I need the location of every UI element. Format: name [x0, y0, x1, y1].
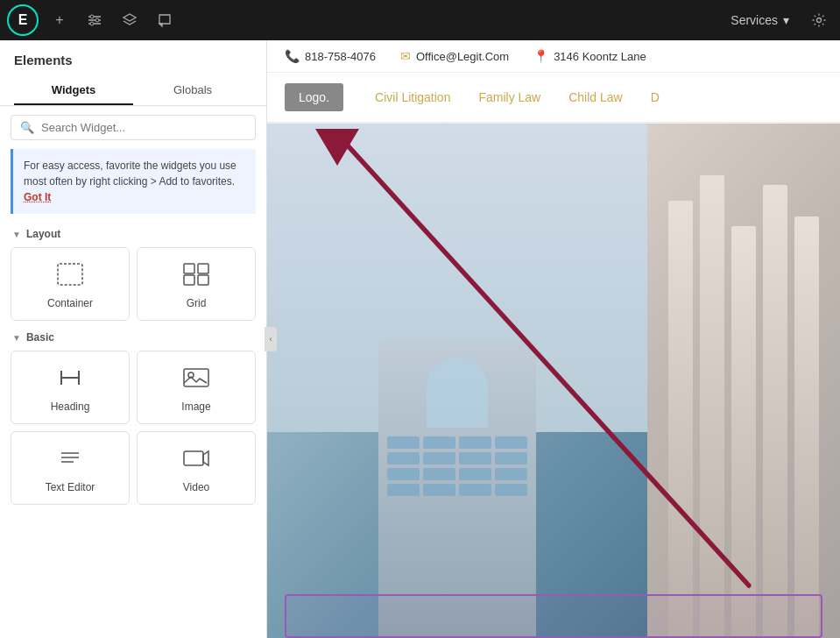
- top-bar: E + Services ▾: [0, 0, 840, 40]
- elements-panel: Elements Widgets Globals 🔍 For easy acce…: [0, 40, 267, 638]
- svg-rect-10: [184, 275, 194, 285]
- email-contact: ✉ Office@Legit.Com: [400, 49, 509, 63]
- text-editor-icon: [56, 446, 84, 474]
- notes-button[interactable]: [151, 6, 179, 34]
- svg-rect-9: [198, 264, 208, 273]
- svg-rect-7: [58, 264, 82, 285]
- elementor-logo[interactable]: E: [7, 4, 39, 36]
- widgets-list: ▼ Layout Container: [0, 221, 266, 638]
- search-input[interactable]: [41, 121, 246, 134]
- svg-point-6: [817, 18, 822, 23]
- basic-widgets-grid: Heading Image: [0, 347, 266, 508]
- basic-arrow-icon: ▼: [12, 333, 21, 343]
- svg-rect-8: [184, 264, 194, 273]
- main-layout: Elements Widgets Globals 🔍 For easy acce…: [0, 40, 840, 638]
- purple-drop-zone: [285, 594, 822, 638]
- basic-section-label: ▼ Basic: [0, 324, 266, 347]
- tab-widgets[interactable]: Widgets: [14, 76, 133, 105]
- address-contact: 📍 3146 Koontz Lane: [533, 49, 646, 63]
- preview-area: 📞 818-758-4076 ✉ Office@Legit.Com 📍 3146…: [267, 40, 840, 638]
- search-icon: 🔍: [20, 121, 34, 134]
- svg-rect-15: [184, 369, 208, 386]
- svg-point-4: [95, 18, 99, 22]
- widget-heading[interactable]: Heading: [11, 351, 130, 424]
- settings-gear-button[interactable]: [805, 6, 833, 34]
- favorites-tip: For easy access, favorite the widgets yo…: [11, 149, 256, 214]
- video-label: Video: [183, 481, 209, 493]
- svg-point-5: [90, 22, 94, 25]
- panel-title: Elements: [14, 53, 252, 67]
- image-icon: [182, 365, 210, 393]
- customize-button[interactable]: [81, 6, 109, 34]
- building-image: [267, 124, 647, 638]
- phone-icon: 📞: [285, 49, 300, 63]
- text-editor-label: Text Editor: [46, 481, 95, 493]
- layout-section-label: ▼ Layout: [0, 221, 266, 244]
- image-label: Image: [181, 401, 210, 413]
- got-it-link[interactable]: Got It: [24, 191, 51, 203]
- services-menu-button[interactable]: Services ▾: [722, 8, 798, 32]
- grid-label: Grid: [187, 297, 207, 309]
- grid-icon: [182, 262, 210, 290]
- nav-item-civil[interactable]: Civil Litigation: [361, 83, 464, 111]
- widget-container[interactable]: Container: [11, 247, 130, 321]
- panel-collapse-handle[interactable]: ‹: [265, 327, 277, 351]
- video-icon: [182, 446, 210, 474]
- tab-globals[interactable]: Globals: [133, 76, 252, 105]
- panel-header: Elements Widgets Globals: [0, 40, 266, 106]
- nav-bar: Logo. Civil Litigation Family Law Child …: [267, 73, 840, 124]
- layout-arrow-icon: ▼: [12, 230, 21, 239]
- phone-contact: 📞 818-758-4076: [285, 49, 376, 63]
- layers-button[interactable]: [116, 6, 144, 34]
- search-bar: 🔍: [11, 115, 256, 140]
- heading-label: Heading: [51, 401, 90, 413]
- widget-video[interactable]: Video: [137, 431, 256, 505]
- nav-item-family[interactable]: Family Law: [464, 83, 554, 111]
- heading-icon: [56, 365, 84, 393]
- add-widget-button[interactable]: +: [46, 6, 74, 34]
- widget-grid[interactable]: Grid: [137, 247, 256, 321]
- container-label: Container: [47, 297, 93, 309]
- email-icon: ✉: [400, 49, 411, 63]
- website-preview: 📞 818-758-4076 ✉ Office@Legit.Com 📍 3146…: [267, 40, 840, 638]
- nav-item-child[interactable]: Child Law: [554, 83, 636, 111]
- nav-item-d[interactable]: D: [637, 83, 674, 111]
- preview-images-section: [267, 124, 840, 638]
- widget-text-editor[interactable]: Text Editor: [11, 431, 130, 505]
- container-icon: [56, 262, 84, 290]
- svg-rect-11: [198, 275, 208, 285]
- svg-point-3: [90, 15, 94, 18]
- svg-rect-20: [184, 451, 203, 465]
- widget-image[interactable]: Image: [137, 351, 256, 424]
- location-icon: 📍: [533, 49, 548, 63]
- columns-image: [647, 124, 840, 638]
- layout-widgets-grid: Container Grid: [0, 244, 266, 324]
- logo-button[interactable]: Logo.: [285, 83, 343, 111]
- panel-tabs: Widgets Globals: [14, 76, 252, 105]
- contact-bar: 📞 818-758-4076 ✉ Office@Legit.Com 📍 3146…: [267, 40, 840, 73]
